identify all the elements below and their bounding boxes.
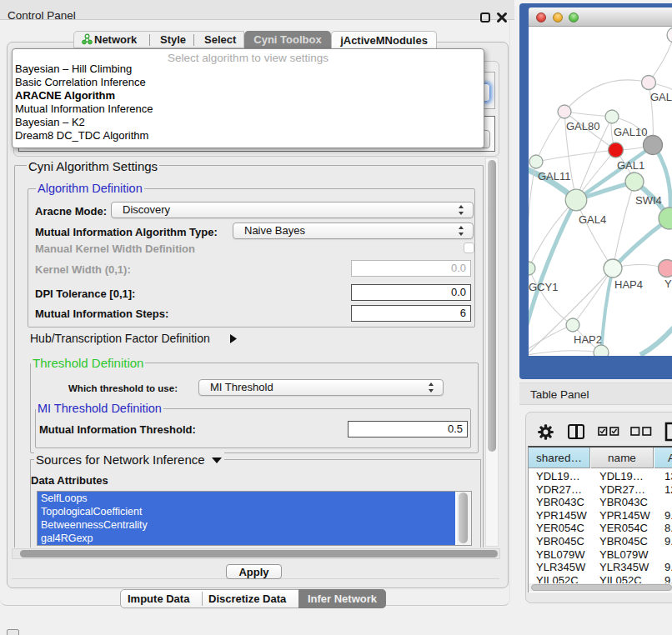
- svg-text:GAL4: GAL4: [579, 213, 606, 226]
- svg-text:GAL80: GAL80: [566, 120, 599, 132]
- svg-text:GCY1: GCY1: [529, 281, 558, 293]
- svg-text:SWI4: SWI4: [635, 194, 662, 207]
- svg-text:GAL1: GAL1: [617, 159, 644, 172]
- svg-text:HAP4: HAP4: [614, 278, 643, 291]
- svg-text:HAP2: HAP2: [574, 333, 602, 346]
- svg-text:Y: Y: [664, 278, 672, 290]
- svg-text:GAL10: GAL10: [614, 126, 647, 138]
- svg-text:GAL11: GAL11: [538, 170, 571, 182]
- svg-text:GAL7: GAL7: [650, 91, 672, 103]
